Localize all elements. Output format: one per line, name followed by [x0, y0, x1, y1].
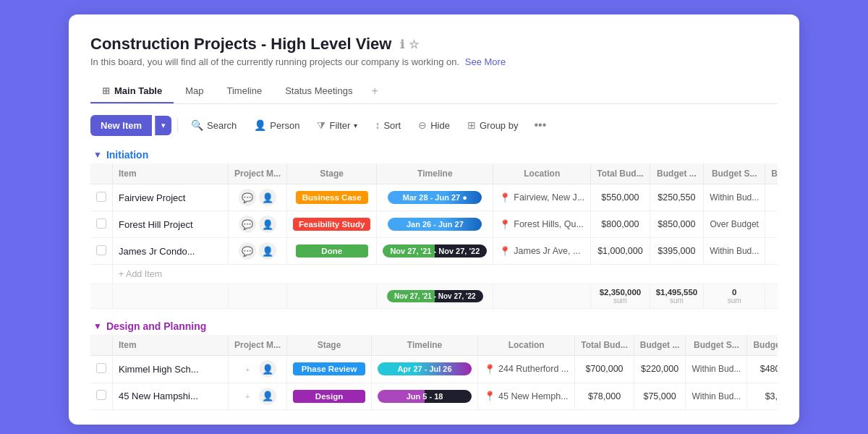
budget-gap-cell: $299,450: [765, 184, 778, 211]
more-options-button[interactable]: •••: [528, 114, 552, 136]
col-budget-gap: Budget Ga...: [747, 335, 778, 356]
chat-icon[interactable]: 💬: [239, 189, 256, 206]
timeline-cell: Apr 27 - Jul 26: [372, 356, 478, 383]
stage-badge: Done: [296, 244, 368, 258]
group-icon: ⊞: [467, 119, 476, 131]
chat-icon[interactable]: 💬: [239, 242, 256, 260]
person-button[interactable]: 👤 Person: [247, 115, 307, 135]
budget-status-cell: Within Bud...: [686, 383, 747, 410]
star-icon[interactable]: ☆: [409, 38, 419, 51]
design-table: Item Project M... Stage Timeline Locatio…: [90, 335, 778, 410]
title-icons: ℹ ☆: [400, 38, 419, 51]
item-name: James Jr Condo...: [113, 238, 229, 265]
col-timeline: Timeline: [377, 163, 493, 184]
location-pin-icon: 📍: [499, 192, 511, 203]
initiation-toggle[interactable]: ▼: [93, 150, 102, 160]
new-item-label: New Item: [101, 120, 142, 131]
search-icon: 🔍: [191, 119, 203, 131]
add-person-icon[interactable]: 👤: [259, 360, 276, 378]
item-name: Fairview Project: [113, 184, 229, 211]
col-budget-gap: Budget Ga...: [765, 163, 778, 184]
design-table-wrapper: Item Project M... Stage Timeline Locatio…: [90, 335, 778, 410]
row-checkbox[interactable]: [90, 211, 113, 238]
col-item: Item: [113, 335, 229, 356]
timeline-bar: Mar 28 - Jun 27 ●: [388, 191, 482, 204]
item-name: 45 New Hampshi...: [113, 383, 229, 410]
sort-button[interactable]: ↕ Sort: [367, 115, 408, 135]
col-total-budget: Total Bud...: [575, 335, 634, 356]
add-person-icon[interactable]: 👤: [259, 216, 276, 233]
hide-button[interactable]: ⊖ Hide: [411, 115, 457, 135]
location-cell: 📍244 Rutherford ...: [478, 356, 575, 383]
col-item: Item: [113, 163, 229, 184]
location-cell: 📍Fairview, New J...: [493, 184, 591, 211]
item-name: Forest Hill Project: [113, 211, 229, 238]
see-more-link[interactable]: See More: [465, 56, 506, 67]
row-checkbox[interactable]: [90, 184, 113, 211]
chat-icon[interactable]: +: [239, 361, 256, 378]
sum-total-budget: $2,350,000sum: [591, 284, 650, 309]
tab-main-table[interactable]: ⊞ Main Table: [90, 80, 174, 103]
design-toggle[interactable]: ▼: [93, 321, 102, 331]
section-header-design: ▼ Design and Planning: [90, 315, 778, 335]
table-row: 45 New Hampshi... + 👤 Design Jun 5 - 18 …: [90, 383, 778, 410]
location-cell: 📍James Jr Ave, ...: [493, 238, 591, 265]
budget-status-cell: Over Budget: [704, 211, 765, 238]
chat-icon[interactable]: 💬: [239, 216, 256, 233]
section-name-initiation: Initiation: [106, 149, 148, 161]
main-card: Construction Projects - High Level View …: [69, 14, 799, 425]
add-item-row[interactable]: + Add Item: [90, 265, 778, 284]
project-m-cell: + 👤: [229, 383, 287, 410]
page-title: Construction Projects - High Level View …: [90, 35, 778, 54]
location-cell: 📍Forest Hills, Qu...: [493, 211, 591, 238]
total-budget-cell: $550,000: [591, 184, 650, 211]
sort-icon: ↕: [375, 119, 380, 131]
group-by-button[interactable]: ⊞ Group by: [460, 115, 525, 135]
location-pin-icon: 📍: [484, 364, 495, 375]
col-budget-status: Budget S...: [686, 335, 747, 356]
hide-icon: ⊖: [418, 119, 427, 131]
stage-cell: Business Case: [287, 184, 377, 211]
filter-button[interactable]: ⧩ Filter ▾: [310, 115, 365, 136]
new-item-dropdown-button[interactable]: ▾: [155, 116, 171, 135]
stage-badge: Phase Review: [293, 362, 365, 375]
tab-status-meetings[interactable]: Status Meetings: [273, 80, 364, 103]
chat-icon[interactable]: +: [239, 388, 256, 405]
info-icon[interactable]: ℹ: [400, 38, 404, 51]
tab-map[interactable]: Map: [174, 80, 215, 103]
add-item-label[interactable]: + Add Item: [113, 265, 778, 284]
col-checkbox: [90, 163, 113, 184]
sum-timeline-bar: Nov 27, '21 - Nov 27, '22: [387, 290, 483, 302]
col-timeline: Timeline: [372, 335, 478, 356]
new-item-button[interactable]: New Item: [90, 115, 152, 136]
budget2-cell: $250,550: [650, 184, 704, 211]
budget-status-cell: Within Bud...: [704, 238, 765, 265]
person-icon: 👤: [254, 119, 266, 131]
row-checkbox[interactable]: [90, 383, 113, 410]
add-person-icon[interactable]: 👤: [259, 388, 276, 405]
project-m-cell: + 👤: [229, 356, 287, 383]
col-budget2: Budget ...: [634, 335, 686, 356]
add-tab-button[interactable]: +: [364, 79, 385, 103]
add-person-icon[interactable]: 👤: [259, 242, 276, 260]
row-checkbox[interactable]: [90, 356, 113, 383]
timeline-bar: Jun 5 - 18: [378, 390, 472, 403]
filter-label: Filter: [329, 120, 350, 131]
tab-timeline[interactable]: Timeline: [216, 80, 274, 103]
sort-label: Sort: [383, 120, 401, 131]
add-person-icon[interactable]: 👤: [259, 189, 276, 206]
location-pin-icon: 📍: [484, 391, 495, 401]
timeline-cell: Mar 28 - Jun 27 ●: [377, 184, 493, 211]
sum-row: Nov 27, '21 - Nov 27, '22 $2,350,000sum …: [90, 284, 778, 309]
group-by-label: Group by: [480, 120, 518, 131]
row-checkbox[interactable]: [90, 238, 113, 265]
timeline-cell: Nov 27, '21 - Nov 27, '22: [377, 238, 493, 265]
filter-chevron-icon: ▾: [354, 122, 357, 129]
item-name: Kimmel High Sch...: [113, 356, 229, 383]
sum-budget-status: 0sum: [704, 284, 765, 309]
budget-gap-cell: $3,000: [747, 383, 778, 410]
search-button[interactable]: 🔍 Search: [184, 115, 244, 135]
col-location: Location: [493, 163, 591, 184]
initiation-header-row: Item Project M... Stage Timeline Locatio…: [90, 163, 778, 184]
page-header: Construction Projects - High Level View …: [90, 35, 778, 67]
